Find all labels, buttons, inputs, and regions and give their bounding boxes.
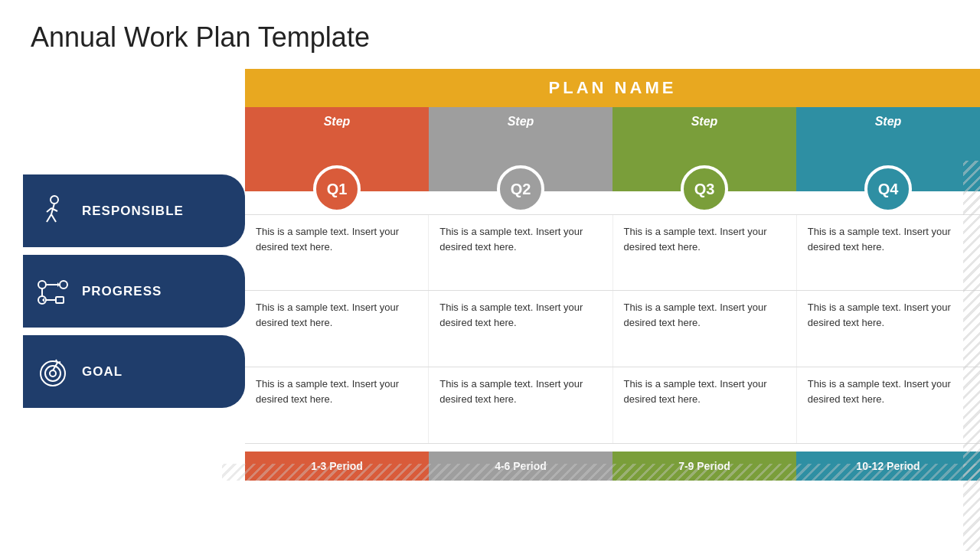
cell-progress-q4: This is a sample text. Insert your desir… xyxy=(797,291,980,367)
stripes-right xyxy=(963,161,980,551)
data-row-responsible: This is a sample text. Insert your desir… xyxy=(245,214,980,291)
step-q1: Step Q1 xyxy=(245,107,429,191)
svg-point-0 xyxy=(51,196,58,204)
svg-point-15 xyxy=(50,370,56,377)
cell-responsible-q2: This is a sample text. Insert your desir… xyxy=(429,215,612,290)
cell-goal-q1: This is a sample text. Insert your desir… xyxy=(245,367,429,443)
svg-point-14 xyxy=(45,366,60,381)
page-title: Annual Work Plan Template xyxy=(0,0,980,61)
svg-line-4 xyxy=(47,208,51,212)
goal-text: GOAL xyxy=(82,364,122,380)
step-q4: Step Q4 xyxy=(796,107,980,191)
cell-goal-q4: This is a sample text. Insert your desir… xyxy=(797,367,980,443)
step-label-q4: Step xyxy=(875,115,902,129)
cell-responsible-q1: This is a sample text. Insert your desir… xyxy=(245,215,429,290)
svg-rect-9 xyxy=(56,297,64,303)
stripes-bottom xyxy=(222,464,980,481)
data-row-progress: This is a sample text. Insert your desir… xyxy=(245,291,980,367)
labels-column: RESPONSIBLE PROGRESS xyxy=(23,168,245,481)
responsible-icon xyxy=(34,193,71,230)
responsible-text: RESPONSIBLE xyxy=(82,204,184,219)
step-q2: Step Q2 xyxy=(429,107,612,191)
data-grid: This is a sample text. Insert your desir… xyxy=(245,214,980,444)
svg-point-6 xyxy=(38,281,46,289)
svg-line-2 xyxy=(47,214,51,222)
plan-name-header: PLAN NAME xyxy=(245,69,980,107)
cell-progress-q1: This is a sample text. Insert your desir… xyxy=(245,291,429,367)
steps-row: Step Q1 Step Q2 Step Q3 Step Q4 xyxy=(245,107,980,191)
progress-label: PROGRESS xyxy=(23,255,245,328)
svg-point-7 xyxy=(60,281,67,289)
goal-icon xyxy=(34,354,71,390)
cell-progress-q2: This is a sample text. Insert your desir… xyxy=(429,291,612,367)
svg-line-3 xyxy=(51,214,56,222)
responsible-label: RESPONSIBLE xyxy=(23,174,245,247)
cell-progress-q3: This is a sample text. Insert your desir… xyxy=(613,291,797,367)
step-circle-q1: Q1 xyxy=(313,165,361,213)
svg-point-13 xyxy=(41,361,65,386)
cell-goal-q3: This is a sample text. Insert your desir… xyxy=(613,367,797,443)
step-label-q3: Step xyxy=(691,115,718,129)
data-row-goal: This is a sample text. Insert your desir… xyxy=(245,367,980,444)
step-q3: Step Q3 xyxy=(612,107,796,191)
step-label-q1: Step xyxy=(324,115,351,129)
goal-label: GOAL xyxy=(23,335,245,408)
cell-responsible-q3: This is a sample text. Insert your desir… xyxy=(613,215,797,290)
cell-goal-q2: This is a sample text. Insert your desir… xyxy=(429,367,612,443)
step-circle-q4: Q4 xyxy=(864,165,912,213)
step-circle-q2: Q2 xyxy=(497,165,544,213)
progress-icon xyxy=(34,273,71,310)
step-circle-q3: Q3 xyxy=(681,165,728,213)
content-column: PLAN NAME Step Q1 Step Q2 Step Q3 Step Q… xyxy=(245,69,980,481)
step-label-q2: Step xyxy=(508,115,534,129)
progress-text: PROGRESS xyxy=(82,284,162,299)
cell-responsible-q4: This is a sample text. Insert your desir… xyxy=(797,215,980,290)
